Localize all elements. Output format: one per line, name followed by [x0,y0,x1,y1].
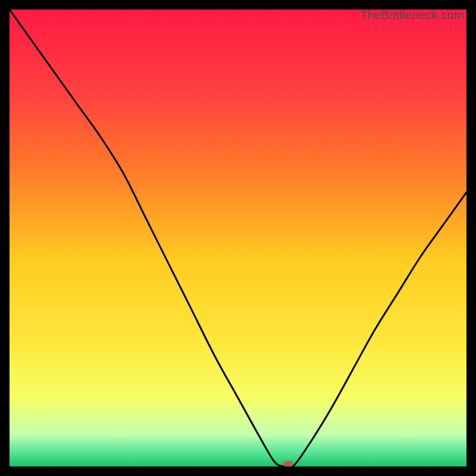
bottleneck-chart [10,10,466,466]
chart-frame: TheBottleneck.com [10,10,466,466]
watermark-text: TheBottleneck.com [360,8,464,22]
